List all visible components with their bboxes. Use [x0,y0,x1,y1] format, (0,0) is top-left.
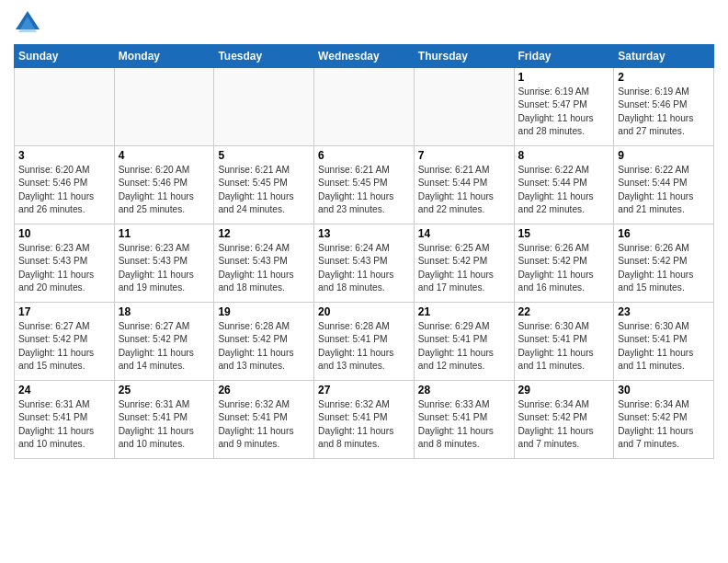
calendar-cell: 25Sunrise: 6:31 AM Sunset: 5:41 PM Dayli… [114,381,214,459]
day-number: 4 [119,149,210,162]
calendar-week-3: 10Sunrise: 6:23 AM Sunset: 5:43 PM Dayli… [15,224,714,303]
calendar-cell: 1Sunrise: 6:19 AM Sunset: 5:47 PM Daylig… [514,68,614,146]
day-number: 12 [218,227,310,240]
calendar-cell [114,68,214,146]
calendar-cell: 22Sunrise: 6:30 AM Sunset: 5:41 PM Dayli… [514,303,614,381]
weekday-header-sunday: Sunday [15,45,115,68]
calendar-cell: 9Sunrise: 6:22 AM Sunset: 5:44 PM Daylig… [614,146,714,224]
day-detail: Sunrise: 6:27 AM Sunset: 5:42 PM Dayligh… [18,320,110,373]
day-number: 30 [618,384,710,396]
calendar-cell: 24Sunrise: 6:31 AM Sunset: 5:41 PM Dayli… [15,381,115,459]
day-detail: Sunrise: 6:26 AM Sunset: 5:42 PM Dayligh… [618,242,710,294]
calendar-cell: 11Sunrise: 6:23 AM Sunset: 5:43 PM Dayli… [114,224,214,303]
calendar-cell: 17Sunrise: 6:27 AM Sunset: 5:42 PM Dayli… [15,303,115,381]
day-detail: Sunrise: 6:24 AM Sunset: 5:43 PM Dayligh… [218,242,310,294]
calendar-cell: 4Sunrise: 6:20 AM Sunset: 5:46 PM Daylig… [114,146,214,224]
day-number: 1 [518,71,610,84]
calendar-week-4: 17Sunrise: 6:27 AM Sunset: 5:42 PM Dayli… [15,303,714,381]
day-detail: Sunrise: 6:30 AM Sunset: 5:41 PM Dayligh… [618,320,710,373]
day-detail: Sunrise: 6:19 AM Sunset: 5:47 PM Dayligh… [518,86,610,138]
day-number: 8 [518,149,610,162]
day-number: 22 [518,305,610,318]
weekday-header-monday: Monday [114,45,214,68]
calendar-cell: 26Sunrise: 6:32 AM Sunset: 5:41 PM Dayli… [214,381,314,459]
calendar-week-2: 3Sunrise: 6:20 AM Sunset: 5:46 PM Daylig… [15,146,714,224]
calendar-cell [414,68,514,146]
calendar-header: SundayMondayTuesdayWednesdayThursdayFrid… [15,45,714,68]
day-detail: Sunrise: 6:19 AM Sunset: 5:46 PM Dayligh… [618,86,710,138]
calendar-cell: 15Sunrise: 6:26 AM Sunset: 5:42 PM Dayli… [514,224,614,303]
day-detail: Sunrise: 6:20 AM Sunset: 5:46 PM Dayligh… [18,164,110,216]
day-detail: Sunrise: 6:26 AM Sunset: 5:42 PM Dayligh… [518,242,610,294]
day-detail: Sunrise: 6:30 AM Sunset: 5:41 PM Dayligh… [518,320,610,373]
day-number: 3 [18,149,110,162]
day-detail: Sunrise: 6:22 AM Sunset: 5:44 PM Dayligh… [618,164,710,216]
day-detail: Sunrise: 6:23 AM Sunset: 5:43 PM Dayligh… [18,242,110,294]
day-number: 24 [18,384,110,396]
day-number: 15 [518,227,610,240]
calendar-cell: 3Sunrise: 6:20 AM Sunset: 5:46 PM Daylig… [15,146,115,224]
day-detail: Sunrise: 6:33 AM Sunset: 5:41 PM Dayligh… [418,398,510,451]
day-detail: Sunrise: 6:20 AM Sunset: 5:46 PM Dayligh… [119,164,210,216]
calendar-cell: 27Sunrise: 6:32 AM Sunset: 5:41 PM Dayli… [314,381,415,459]
calendar-cell: 6Sunrise: 6:21 AM Sunset: 5:45 PM Daylig… [314,146,415,224]
day-number: 19 [218,305,310,318]
day-number: 9 [618,149,710,162]
calendar-cell: 18Sunrise: 6:27 AM Sunset: 5:42 PM Dayli… [114,303,214,381]
day-number: 14 [418,227,510,240]
calendar-week-5: 24Sunrise: 6:31 AM Sunset: 5:41 PM Dayli… [15,381,714,459]
day-detail: Sunrise: 6:29 AM Sunset: 5:41 PM Dayligh… [418,320,510,373]
calendar-cell: 14Sunrise: 6:25 AM Sunset: 5:42 PM Dayli… [414,224,514,303]
logo [14,9,44,37]
day-detail: Sunrise: 6:21 AM Sunset: 5:45 PM Dayligh… [218,164,310,216]
day-number: 17 [18,305,110,318]
calendar-cell: 19Sunrise: 6:28 AM Sunset: 5:42 PM Dayli… [214,303,314,381]
page-header [14,9,714,37]
day-detail: Sunrise: 6:34 AM Sunset: 5:42 PM Dayligh… [518,398,610,451]
day-number: 20 [318,305,410,318]
day-number: 29 [518,384,610,396]
day-number: 23 [618,305,710,318]
day-detail: Sunrise: 6:31 AM Sunset: 5:41 PM Dayligh… [18,398,110,451]
day-number: 5 [218,149,310,162]
day-detail: Sunrise: 6:21 AM Sunset: 5:44 PM Dayligh… [418,164,510,216]
calendar-cell: 10Sunrise: 6:23 AM Sunset: 5:43 PM Dayli… [15,224,115,303]
day-number: 10 [18,227,110,240]
calendar-cell: 8Sunrise: 6:22 AM Sunset: 5:44 PM Daylig… [514,146,614,224]
day-detail: Sunrise: 6:27 AM Sunset: 5:42 PM Dayligh… [119,320,210,373]
day-detail: Sunrise: 6:28 AM Sunset: 5:41 PM Dayligh… [318,320,410,373]
calendar-week-1: 1Sunrise: 6:19 AM Sunset: 5:47 PM Daylig… [15,68,714,146]
calendar-cell: 16Sunrise: 6:26 AM Sunset: 5:42 PM Dayli… [614,224,714,303]
calendar-cell: 30Sunrise: 6:34 AM Sunset: 5:42 PM Dayli… [614,381,714,459]
calendar-cell: 28Sunrise: 6:33 AM Sunset: 5:41 PM Dayli… [414,381,514,459]
page-container: SundayMondayTuesdayWednesdayThursdayFrid… [0,0,728,468]
calendar-cell: 12Sunrise: 6:24 AM Sunset: 5:43 PM Dayli… [214,224,314,303]
calendar-table: SundayMondayTuesdayWednesdayThursdayFrid… [14,44,714,459]
calendar-cell: 29Sunrise: 6:34 AM Sunset: 5:42 PM Dayli… [514,381,614,459]
day-number: 2 [618,71,710,84]
calendar-cell: 21Sunrise: 6:29 AM Sunset: 5:41 PM Dayli… [414,303,514,381]
calendar-cell: 13Sunrise: 6:24 AM Sunset: 5:43 PM Dayli… [314,224,415,303]
calendar-cell [15,68,115,146]
calendar-cell [314,68,415,146]
day-number: 11 [119,227,210,240]
day-number: 16 [618,227,710,240]
day-number: 7 [418,149,510,162]
day-number: 27 [318,384,410,396]
logo-icon [14,9,41,37]
day-detail: Sunrise: 6:32 AM Sunset: 5:41 PM Dayligh… [218,398,310,451]
calendar-cell: 5Sunrise: 6:21 AM Sunset: 5:45 PM Daylig… [214,146,314,224]
day-number: 28 [418,384,510,396]
day-detail: Sunrise: 6:23 AM Sunset: 5:43 PM Dayligh… [119,242,210,294]
calendar-body: 1Sunrise: 6:19 AM Sunset: 5:47 PM Daylig… [15,68,714,459]
calendar-cell: 20Sunrise: 6:28 AM Sunset: 5:41 PM Dayli… [314,303,415,381]
day-detail: Sunrise: 6:31 AM Sunset: 5:41 PM Dayligh… [119,398,210,451]
weekday-header-tuesday: Tuesday [214,45,314,68]
day-detail: Sunrise: 6:25 AM Sunset: 5:42 PM Dayligh… [418,242,510,294]
day-detail: Sunrise: 6:24 AM Sunset: 5:43 PM Dayligh… [318,242,410,294]
day-number: 13 [318,227,410,240]
weekday-header-wednesday: Wednesday [314,45,415,68]
day-detail: Sunrise: 6:32 AM Sunset: 5:41 PM Dayligh… [318,398,410,451]
calendar-cell [214,68,314,146]
day-number: 18 [119,305,210,318]
